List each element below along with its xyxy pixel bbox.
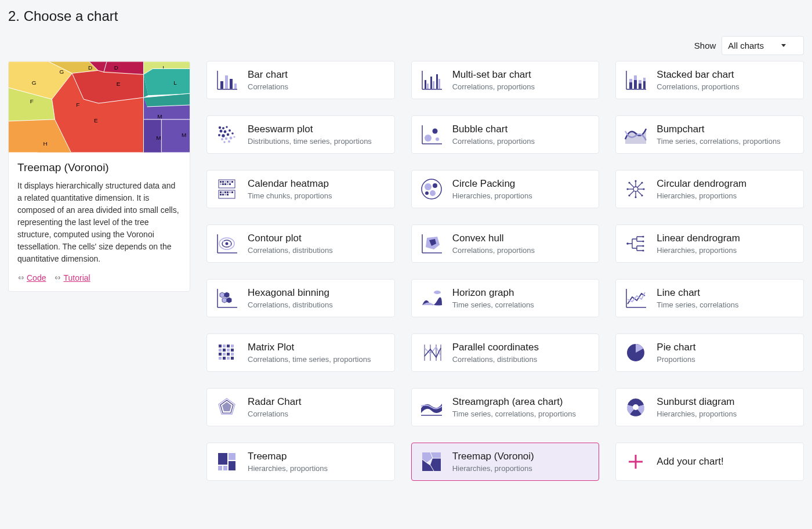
svg-point-95 xyxy=(221,138,223,140)
svg-point-94 xyxy=(231,132,234,135)
svg-point-134 xyxy=(633,187,638,191)
svg-rect-126 xyxy=(222,194,224,195)
chart-card-sunburst[interactable]: Sunburst diagramHierarchies, proportions xyxy=(615,388,804,426)
chart-card-circlepack[interactable]: Circle PackingHierarchies, proportions xyxy=(411,170,600,208)
svg-rect-185 xyxy=(223,353,226,356)
chart-card-multibar[interactable]: Multi-set bar chartCorrelations, proport… xyxy=(411,61,600,99)
svg-point-131 xyxy=(433,183,437,188)
radar-icon xyxy=(215,396,238,419)
svg-point-144 xyxy=(635,196,637,198)
tutorial-link-label: Tutorial xyxy=(63,273,90,282)
svg-point-149 xyxy=(641,194,643,196)
svg-text:E: E xyxy=(94,117,98,124)
horizon-icon xyxy=(420,287,443,310)
svg-point-145 xyxy=(627,188,629,190)
treemap-icon xyxy=(215,450,238,473)
chart-card-treemap[interactable]: TreemapHierarchies, proportions xyxy=(206,443,395,481)
chart-card-stream[interactable]: Streamgraph (area chart)Time series, cor… xyxy=(411,388,600,426)
chart-card-text: Bar chartCorrelations xyxy=(248,68,288,92)
chart-card-subtitle: Correlations, proportions xyxy=(452,246,535,255)
chart-card-title: Pie chart xyxy=(657,341,695,353)
svg-point-143 xyxy=(635,180,637,182)
svg-point-85 xyxy=(219,126,221,129)
chart-card-subtitle: Correlations, distributions xyxy=(248,300,333,310)
svg-rect-191 xyxy=(231,357,234,360)
svg-rect-188 xyxy=(219,357,222,360)
svg-point-91 xyxy=(218,134,220,136)
chart-card-matrix[interactable]: Matrix PlotCorrelations, time series, pr… xyxy=(206,334,395,372)
svg-rect-110 xyxy=(224,181,226,183)
svg-text:M: M xyxy=(156,135,161,141)
svg-rect-82 xyxy=(639,80,641,84)
tutorial-link[interactable]: Tutorial xyxy=(54,273,90,282)
chart-card-subtitle: Correlations, proportions xyxy=(452,137,535,146)
code-link-label: Code xyxy=(27,273,46,282)
svg-rect-125 xyxy=(220,194,222,195)
chart-card-radar[interactable]: Radar ChartCorrelations xyxy=(206,388,395,426)
chart-card-beeswarm[interactable]: Beeswarm plotDistributions, time series,… xyxy=(206,115,395,154)
chart-card-horizon[interactable]: Horizon graphTime series, correlations xyxy=(411,279,600,317)
chart-card-text: Parallel coordinatesCorrelations, distri… xyxy=(452,341,539,364)
chart-card-text: Stacked bar chartCorrelations, proportio… xyxy=(657,68,739,92)
chart-card-bubble[interactable]: Bubble chartCorrelations, proportions xyxy=(411,115,600,154)
lindendro-icon xyxy=(624,232,647,255)
matrix-icon xyxy=(215,341,238,364)
chart-card-title: Sunburst diagram xyxy=(657,396,737,408)
chart-card-text: Radar ChartCorrelations xyxy=(248,396,302,419)
svg-rect-127 xyxy=(224,194,226,195)
chart-card-text: Treemap (Voronoi)Hierarchies, proportion… xyxy=(452,450,534,473)
chart-card-lindendro[interactable]: Linear dendrogramHierarchies, proportion… xyxy=(615,224,804,263)
chart-card-title: Treemap (Voronoi) xyxy=(452,450,534,462)
chart-card-calendar[interactable]: Calendar heatmapTime chunks, proportions xyxy=(206,170,395,208)
svg-text:G: G xyxy=(32,79,37,86)
svg-point-166 xyxy=(643,249,644,251)
svg-rect-181 xyxy=(223,349,226,352)
chart-card-circdendro[interactable]: Circular dendrogramHierarchies, proporti… xyxy=(615,170,804,208)
chart-filter-select[interactable]: All charts xyxy=(722,36,804,55)
chart-card-stackedbar[interactable]: Stacked bar chartCorrelations, proportio… xyxy=(615,61,804,99)
chart-card-line[interactable]: Line chartTime series, correlations xyxy=(615,279,804,317)
chart-card-voronoi[interactable]: Treemap (Voronoi)Hierarchies, proportion… xyxy=(411,443,600,481)
chart-card-bar[interactable]: Bar chartCorrelations xyxy=(206,61,395,99)
plus-icon xyxy=(624,450,647,473)
chart-card-title: Add your chart! xyxy=(657,455,723,468)
svg-point-162 xyxy=(627,242,629,245)
svg-point-92 xyxy=(222,134,224,137)
detail-title: Treemap (Voronoi) xyxy=(17,161,181,174)
svg-rect-128 xyxy=(227,194,229,195)
svg-rect-77 xyxy=(629,82,632,89)
chart-card-subtitle: Hierarchies, proportions xyxy=(657,410,737,419)
bubble-icon xyxy=(420,123,443,146)
chart-card-title: Convex hull xyxy=(452,232,535,244)
chart-card-bumpchart[interactable]: BumpchartTime series, correlations, prop… xyxy=(615,115,804,154)
svg-point-132 xyxy=(430,190,436,196)
svg-rect-120 xyxy=(222,191,224,193)
svg-rect-206 xyxy=(218,466,222,470)
svg-point-98 xyxy=(233,136,235,137)
chart-card-title: Treemap xyxy=(248,450,328,462)
chart-card-parallel[interactable]: Parallel coordinatesCorrelations, distri… xyxy=(411,334,600,372)
svg-rect-122 xyxy=(227,191,229,193)
chart-card-subtitle: Time series, correlations, proportions xyxy=(657,137,780,146)
svg-point-163 xyxy=(643,235,644,237)
chart-card-subtitle: Correlations, distributions xyxy=(248,246,333,255)
code-link[interactable]: Code xyxy=(17,273,46,282)
chart-card-text: Pie chartProportions xyxy=(657,341,695,364)
chart-card-title: Bubble chart xyxy=(452,123,535,135)
svg-rect-72 xyxy=(433,81,434,89)
chart-card-subtitle: Correlations, time series, proportions xyxy=(248,355,371,364)
chart-card-subtitle: Correlations, proportions xyxy=(657,82,739,92)
chart-card-title: Bumpchart xyxy=(657,123,780,135)
chart-card-hexbin[interactable]: Hexagonal binningCorrelations, distribut… xyxy=(206,279,395,317)
chart-card-text: Line chartTime series, correlations xyxy=(657,287,738,310)
chart-card-text: Sunburst diagramHierarchies, proportions xyxy=(657,396,737,419)
chart-card-subtitle: Distributions, time series, proportions xyxy=(248,137,372,146)
chart-card-convex[interactable]: Convex hullCorrelations, proportions xyxy=(411,224,600,263)
svg-marker-170 xyxy=(224,292,229,298)
chart-card-plus[interactable]: Add your chart! xyxy=(615,443,804,481)
chart-card-contour[interactable]: Contour plotCorrelations, distributions xyxy=(206,224,395,263)
svg-point-173 xyxy=(434,291,441,294)
chart-card-subtitle: Correlations, distributions xyxy=(452,355,539,364)
chart-card-text: Calendar heatmapTime chunks, proportions xyxy=(248,177,332,201)
chart-card-pie[interactable]: Pie chartProportions xyxy=(615,334,804,372)
